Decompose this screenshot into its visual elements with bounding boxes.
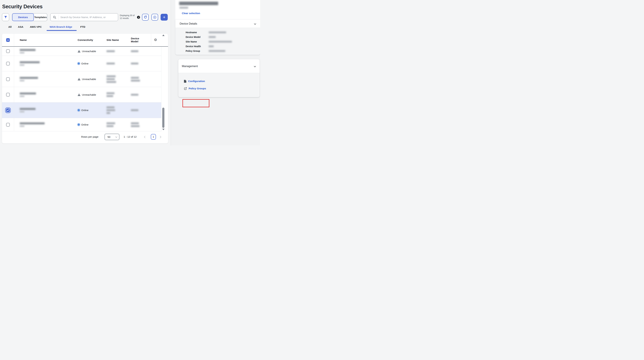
online-icon <box>78 109 80 111</box>
export-button[interactable] <box>152 14 158 21</box>
filter-button[interactable] <box>2 13 9 21</box>
detail-value-redacted <box>209 50 225 52</box>
table-row[interactable]: Online <box>2 56 161 71</box>
search-icon <box>50 15 59 20</box>
detail-row-device-model: Device Model <box>175 35 260 39</box>
site-name-cell <box>104 122 129 127</box>
table-body: Unreachable Online <box>2 47 162 131</box>
row-checkbox[interactable] <box>6 62 10 66</box>
selected-device-name <box>179 2 218 5</box>
selected-device-subtitle <box>180 7 188 9</box>
gear-icon[interactable]: ⚙ <box>154 38 157 42</box>
scrollbar-up-arrow[interactable] <box>162 35 164 36</box>
device-name-cell <box>14 93 76 97</box>
site-name-cell <box>104 63 129 65</box>
plus-icon: + <box>163 15 166 19</box>
select-all-checkbox[interactable] <box>6 38 10 42</box>
tab-asa[interactable]: ASA <box>18 26 24 29</box>
connectivity-cell: Unreachable <box>76 93 104 96</box>
results-count: Displaying 30 of 12 results <box>120 14 135 20</box>
search-input[interactable] <box>59 16 118 19</box>
configuration-link[interactable]: Configuration <box>184 80 205 83</box>
column-header-name[interactable]: Name <box>14 39 76 42</box>
scrollbar-down-arrow[interactable] <box>162 129 164 130</box>
chevron-down-icon <box>115 136 117 138</box>
refresh-icon <box>144 16 147 19</box>
scrollbar-thumb[interactable] <box>162 108 164 128</box>
clear-selection-link[interactable]: Clear selection <box>182 12 200 15</box>
view-toggle: Devices Templates <box>12 13 47 21</box>
site-name-cell <box>104 92 129 97</box>
connectivity-cell: Unreachable <box>76 78 104 81</box>
device-table-card: Name Connectivity Site Name Device Model… <box>2 34 168 143</box>
detail-value-redacted <box>209 46 214 47</box>
search-box[interactable] <box>50 13 118 21</box>
device-name-cell <box>14 49 76 54</box>
device-name-cell <box>14 108 76 112</box>
toggle-devices[interactable]: Devices <box>12 13 34 21</box>
device-model-cell <box>129 122 151 127</box>
tab-wan-branch-edge[interactable]: WAN Branch Edge <box>50 26 72 29</box>
tab-ftd[interactable]: FTD <box>80 26 85 29</box>
policy-groups-highlight-box <box>182 99 209 107</box>
detail-value-redacted <box>209 41 232 43</box>
collapse-device-details-icon[interactable] <box>254 23 256 25</box>
online-icon <box>78 124 80 126</box>
row-checkbox[interactable] <box>6 108 10 112</box>
tab-aws-vpc[interactable]: AWS VPC <box>30 26 42 29</box>
detail-row-hostname: Hostname <box>175 30 260 35</box>
row-checkbox[interactable] <box>6 49 10 53</box>
tab-all[interactable]: All <box>8 26 12 29</box>
management-title: Management <box>182 65 198 68</box>
row-checkbox[interactable] <box>6 93 10 97</box>
device-name-cell <box>14 77 76 81</box>
detail-row-site-name: Site Name <box>175 39 260 44</box>
table-row[interactable]: Unreachable <box>2 47 161 56</box>
header-column-divider <box>151 34 151 47</box>
connectivity-cell: Online <box>76 123 104 126</box>
row-checkbox[interactable] <box>6 77 10 81</box>
detail-value-redacted <box>209 36 216 38</box>
table-row[interactable]: Online <box>2 118 161 131</box>
warning-icon <box>78 50 80 53</box>
page-title: Security Devices <box>2 4 42 10</box>
device-model-cell <box>129 109 151 111</box>
column-header-device-model[interactable]: Device Model <box>129 37 151 43</box>
refresh-button[interactable] <box>142 14 149 21</box>
toggle-templates[interactable]: Templates <box>33 13 47 21</box>
detail-value-redacted <box>209 32 226 33</box>
chevron-right-icon <box>159 136 161 138</box>
device-name-cell <box>14 61 76 66</box>
add-device-button[interactable]: + <box>160 14 168 21</box>
site-name-cell <box>104 75 129 83</box>
connectivity-cell: Unreachable <box>76 50 104 53</box>
management-card: Management Configuration Policy Groups <box>178 59 260 97</box>
device-details-card: Device Details Hostname Device Model Sit… <box>175 19 260 55</box>
policy-groups-link[interactable]: Policy Groups <box>184 87 206 90</box>
device-name-cell <box>14 122 76 127</box>
column-header-site-name[interactable]: Site Name <box>104 39 129 42</box>
page-number-button[interactable]: 1 <box>151 134 156 140</box>
column-header-connectivity[interactable]: Connectivity <box>76 39 104 42</box>
connectivity-cell: Online <box>76 109 104 112</box>
device-details-title: Device Details <box>180 22 197 25</box>
table-row-selected[interactable]: Online <box>2 103 161 118</box>
previous-page-button[interactable] <box>144 136 146 139</box>
table-row[interactable]: Unreachable <box>2 87 161 103</box>
site-name-cell <box>104 106 129 114</box>
next-page-button[interactable] <box>159 136 161 139</box>
active-tab-underline <box>46 30 77 31</box>
collapse-management-icon[interactable] <box>254 65 256 67</box>
external-link-icon <box>184 87 187 90</box>
row-checkbox[interactable] <box>6 123 10 127</box>
rows-per-page-select[interactable]: 50 <box>104 134 120 140</box>
device-model-cell <box>129 50 151 52</box>
warning-icon <box>78 78 80 80</box>
device-model-cell <box>129 63 151 65</box>
document-icon <box>184 80 186 83</box>
online-icon <box>78 63 80 65</box>
warning-icon <box>78 94 80 96</box>
pagination-range: 1 - 12 of 12 <box>124 135 136 138</box>
info-icon[interactable]: i <box>137 16 140 19</box>
table-row[interactable]: Unreachable <box>2 71 161 87</box>
